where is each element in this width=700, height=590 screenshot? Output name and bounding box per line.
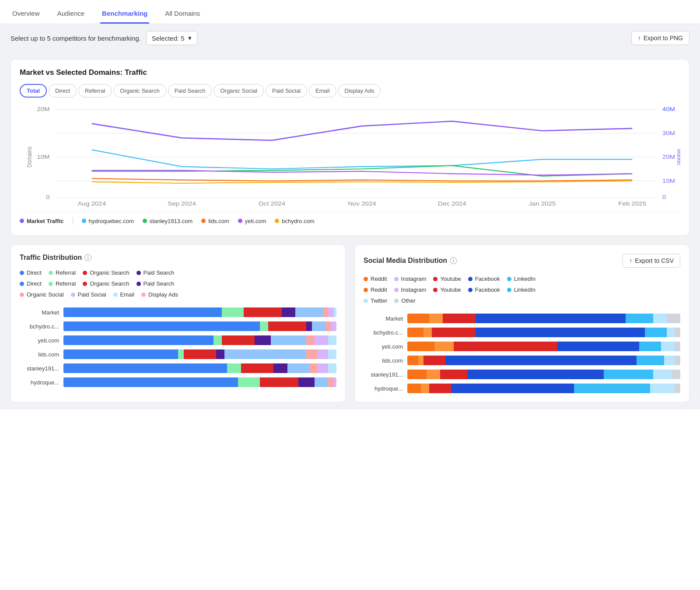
td-seg-organic-social — [323, 307, 328, 317]
tab-organic-social[interactable]: Organic Social — [214, 84, 264, 98]
sd-bar-label-hydroque: hydroque... — [364, 385, 403, 392]
legend-dot-market — [20, 219, 24, 223]
sd-bar-track-hydroque — [407, 384, 680, 393]
sd-bar-market: Market — [364, 314, 680, 323]
td-legend-organic-search: Organic Search — [83, 269, 129, 276]
chevron-down-icon: ▾ — [188, 34, 192, 42]
traffic-dist-legend-row1: Direct Referral Organic Search Paid — [20, 268, 336, 278]
td-bar-label-market: Market — [20, 309, 59, 316]
td-legend-display-ads: Display Ads — [141, 291, 178, 298]
td-bar-track-stanley — [63, 363, 336, 373]
traffic-dist-legend-row3: Organic Social Paid Social Email Di — [20, 290, 336, 300]
legend-divider — [73, 217, 73, 225]
selected-dropdown[interactable]: Selected: 5 ▾ — [146, 31, 197, 45]
td-bar-track-market — [63, 307, 336, 317]
td-legend-direct: Direct — [20, 269, 42, 276]
export-csv-label: Export to CSV — [635, 257, 674, 264]
tab-direct[interactable]: Direct — [49, 84, 77, 98]
sd-legend-youtube: Youtube — [433, 276, 461, 282]
svg-text:10M: 10M — [662, 178, 675, 184]
nav-benchmarking[interactable]: Benchmarking — [100, 6, 149, 24]
svg-text:0: 0 — [46, 194, 50, 200]
td-bar-label-hydroque: hydroque... — [20, 379, 59, 386]
sd-legend-youtube2: Youtube — [433, 286, 461, 293]
sd-bar-label-bchydro: bchydro.c... — [364, 329, 403, 336]
tab-paid-search[interactable]: Paid Search — [168, 84, 212, 98]
td-legend-paid-search2: Paid Search — [136, 280, 175, 287]
social-dist-info-icon[interactable]: i — [450, 257, 457, 264]
sd-bar-hydroque: hydroque... — [364, 384, 680, 393]
td-legend-referral: Referral — [49, 269, 76, 276]
tab-row: Total Direct Referral Organic Search Pai… — [20, 84, 680, 98]
td-bar-label-lids: lids.com — [20, 351, 59, 358]
sd-legend-reddit: Reddit — [364, 276, 387, 282]
td-bar-track-lids — [63, 349, 336, 359]
td-bar-yeti: yeti.com — [20, 335, 336, 345]
selected-label: Selected: 5 — [152, 35, 185, 42]
svg-text:10M: 10M — [37, 154, 49, 160]
sd-legend-instagram2: Instagram — [394, 286, 427, 293]
tab-email[interactable]: Email — [309, 84, 336, 98]
sd-bar-label-stanley: stanley191... — [364, 371, 403, 378]
traffic-dist-info-icon[interactable]: i — [84, 254, 91, 261]
td-seg-direct — [63, 307, 222, 317]
td-seg-paid-social — [328, 307, 333, 317]
social-distribution-panel: Social Media Distribution i ↑ Export to … — [354, 244, 690, 402]
td-bar-track-bchydro — [63, 321, 336, 331]
td-legend-paid-social: Paid Social — [71, 291, 106, 298]
td-seg-referral — [222, 307, 244, 317]
bottom-panels: Traffic Distribution i Direct Referral — [10, 244, 690, 402]
td-legend-organic-search2: Organic Search — [83, 280, 129, 287]
sd-legend-twitter: Twitter — [364, 297, 387, 304]
td-seg-email — [295, 307, 322, 317]
tab-display-ads[interactable]: Display Ads — [338, 84, 381, 98]
social-dist-legend-row3: Twitter Other — [364, 296, 680, 306]
legend-label-yeti: yeti.com — [245, 218, 266, 224]
tab-paid-social[interactable]: Paid Social — [266, 84, 307, 98]
td-bar-label-bchydro: bchydro.c... — [20, 323, 59, 330]
traffic-distribution-panel: Traffic Distribution i Direct Referral — [10, 244, 346, 402]
header-left: Select up to 5 competitors for benchmark… — [10, 31, 197, 45]
legend-market-traffic: Market Traffic — [20, 218, 64, 224]
td-seg-organic — [244, 307, 282, 317]
td-legend-direct2: Direct — [20, 280, 42, 287]
td-seg-paid — [282, 307, 295, 317]
nav-all-domains[interactable]: All Domains — [163, 6, 202, 24]
legend-bchydro: bchydro.com — [275, 218, 314, 224]
td-bar-label-stanley: stanley191... — [20, 365, 59, 372]
legend-dot-stanley — [143, 219, 147, 223]
svg-text:Oct 2024: Oct 2024 — [259, 201, 286, 207]
legend-stanley: stanley1913.com — [143, 218, 192, 224]
export-png-button[interactable]: ↑ Export to PNG — [631, 31, 690, 45]
td-bar-market: Market — [20, 307, 336, 317]
select-prompt: Select up to 5 competitors for benchmark… — [10, 35, 141, 42]
td-legend-referral2: Referral — [49, 280, 76, 287]
legend-label-lids: lids.com — [208, 218, 229, 224]
sd-bar-stanley: stanley191... — [364, 370, 680, 379]
td-bar-bchydro: bchydro.c... — [20, 321, 336, 331]
svg-text:Jan 2025: Jan 2025 — [528, 201, 556, 207]
svg-text:Feb 2025: Feb 2025 — [618, 201, 646, 207]
nav-overview[interactable]: Overview — [10, 6, 42, 24]
svg-text:Domains: Domains — [26, 147, 33, 167]
td-bar-stanley: stanley191... — [20, 363, 336, 373]
svg-text:Dec 2024: Dec 2024 — [438, 201, 466, 207]
legend-yeti: yeti.com — [238, 218, 266, 224]
svg-text:40M: 40M — [662, 107, 675, 112]
sd-bar-track-yeti — [407, 342, 680, 351]
svg-text:20M: 20M — [662, 154, 675, 160]
tab-referral[interactable]: Referral — [78, 84, 112, 98]
legend-dot-lids — [201, 219, 206, 223]
tab-total[interactable]: Total — [20, 84, 47, 98]
export-png-label: Export to PNG — [644, 35, 683, 42]
tab-organic-search[interactable]: Organic Search — [113, 84, 166, 98]
sd-bar-label-market: Market — [364, 315, 403, 322]
sd-legend-facebook2: Facebook — [468, 286, 500, 293]
legend-dot-yeti — [238, 219, 242, 223]
nav-audience[interactable]: Audience — [56, 6, 87, 24]
td-seg-display — [334, 307, 336, 317]
sd-legend-instagram: Instagram — [394, 276, 427, 282]
td-legend-email: Email — [113, 291, 135, 298]
export-csv-button[interactable]: ↑ Export to CSV — [623, 254, 680, 268]
legend-hydroquebec: hydroquebec.com — [82, 218, 134, 224]
